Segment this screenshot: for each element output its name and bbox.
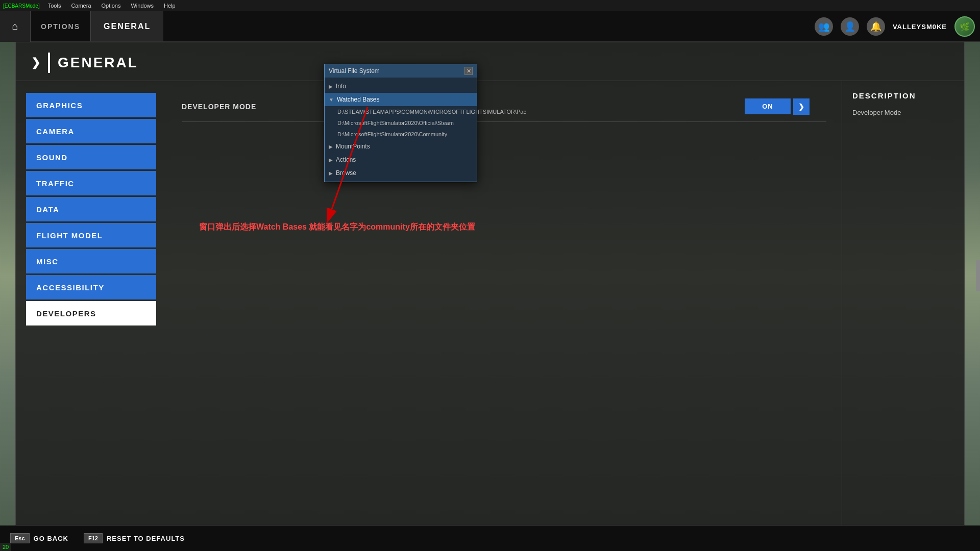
esc-key-badge: Esc <box>10 533 30 543</box>
menu-help[interactable]: Help <box>159 3 181 9</box>
home-button[interactable]: ⌂ <box>0 11 31 42</box>
right-edge-tab <box>976 260 980 291</box>
vfs-path-3-text: D:\MicrosoftFlightSimulator2020\Communit… <box>337 131 447 137</box>
vfs-item-browse[interactable]: ▶ Browse <box>325 166 477 180</box>
menu-camera[interactable]: Camera <box>66 3 96 9</box>
collapsed-arrow-4-icon: ▶ <box>329 170 333 176</box>
avatar-icon: 🌿 <box>960 22 970 32</box>
reset-defaults-label: RESET TO DEFAULTS <box>107 535 185 542</box>
top-menubar: [ECBARSMode] Tools Camera Options Window… <box>0 0 980 11</box>
sidebar-item-accessibility[interactable]: ACCESSIBILITY <box>26 275 156 299</box>
collapsed-arrow-icon: ▶ <box>329 84 333 89</box>
vfs-item-info[interactable]: ▶ Info <box>325 80 477 93</box>
vfs-title-text: Virtual File System <box>329 67 380 74</box>
sidebar-item-misc[interactable]: MISC <box>26 249 156 273</box>
vfs-content: ▶ Info ▼ Watched Bases D:\STEAM\STEAMAPP… <box>325 78 477 182</box>
close-icon: ✕ <box>467 68 471 74</box>
vfs-watched-bases-label: Watched Bases <box>337 96 380 103</box>
page-title: GENERAL <box>58 55 138 71</box>
avatar[interactable]: 🌿 <box>954 16 975 37</box>
community-icon-button[interactable]: 👥 <box>815 17 833 36</box>
collapsed-arrow-2-icon: ▶ <box>329 144 333 149</box>
options-label: OPTIONS <box>31 11 91 41</box>
go-back-button[interactable]: Esc GO BACK <box>10 533 68 543</box>
sidebar-accessibility-label: ACCESSIBILITY <box>36 283 105 292</box>
home-icon: ⌂ <box>12 20 18 32</box>
sidebar-item-camera[interactable]: CAMERA <box>26 119 156 143</box>
vfs-info-label: Info <box>336 83 346 90</box>
vfs-titlebar[interactable]: Virtual File System ✕ <box>325 64 477 78</box>
sidebar-traffic-label: TRAFFIC <box>36 179 75 188</box>
sidebar-flight-model-label: FLIGHT MODEL <box>36 231 103 240</box>
description-title: DESCRIPTION <box>852 91 954 100</box>
content-area: GRAPHICS CAMERA SOUND TRAFFIC DATA FLIGH… <box>16 81 964 525</box>
vfs-actions-label: Actions <box>336 156 356 163</box>
sidebar-developers-label: DEVELOPERS <box>36 309 96 318</box>
menu-tools[interactable]: Tools <box>43 3 66 9</box>
user-icon-button[interactable]: 👤 <box>841 17 859 36</box>
sidebar-misc-label: MISC <box>36 257 59 266</box>
title-bar-separator <box>48 53 50 73</box>
vfs-item-actions[interactable]: ▶ Actions <box>325 153 477 166</box>
vfs-path-3: D:\MicrosoftFlightSimulator2020\Communit… <box>325 129 477 140</box>
page-title-arrow-icon: ❯ <box>31 56 40 69</box>
developer-mode-value-container: ON ❯ <box>745 98 826 115</box>
community-icon: 👥 <box>818 21 829 32</box>
sidebar-item-sound[interactable]: SOUND <box>26 145 156 169</box>
vfs-close-button[interactable]: ✕ <box>464 67 473 75</box>
sidebar-item-data[interactable]: DATA <box>26 197 156 221</box>
vfs-item-mountpoints[interactable]: ▶ MountPoints <box>325 140 477 153</box>
user-icon: 👤 <box>844 21 855 32</box>
sidebar-item-flight-model[interactable]: FLIGHT MODEL <box>26 223 156 247</box>
go-back-label: GO BACK <box>34 535 68 542</box>
vfs-browse-label: Browse <box>336 169 356 177</box>
developer-mode-row: DEVELOPER MODE ON ❯ <box>182 91 826 122</box>
vfs-path-1: D:\STEAM\STEAMAPPS\COMMON\MICROSOFTFLIGH… <box>325 106 477 117</box>
sidebar-graphics-label: GRAPHICS <box>36 101 83 110</box>
notification-icon-button[interactable]: 🔔 <box>867 17 885 36</box>
sidebar-sound-label: SOUND <box>36 153 68 162</box>
description-panel: DESCRIPTION Developer Mode <box>842 81 964 525</box>
description-text: Developer Mode <box>852 108 954 118</box>
sidebar-item-graphics[interactable]: GRAPHICS <box>26 93 156 117</box>
header-right-area: 👥 👤 🔔 VALLEYSM0KE 🌿 <box>815 11 980 42</box>
vfs-mountpoints-label: MountPoints <box>336 143 370 150</box>
fps-counter: 20 <box>0 543 11 551</box>
general-header-label: GENERAL <box>91 11 163 41</box>
vfs-dialog: Virtual File System ✕ ▶ Info ▼ Watched B… <box>324 64 477 182</box>
reset-defaults-button[interactable]: F12 RESET TO DEFAULTS <box>84 533 185 543</box>
header-bar: ⌂ OPTIONS GENERAL 👥 👤 🔔 VALLEYSM0KE 🌿 <box>0 11 980 42</box>
menu-windows[interactable]: Windows <box>126 3 159 9</box>
sidebar-camera-label: CAMERA <box>36 127 75 136</box>
f12-key-badge: F12 <box>84 533 103 543</box>
mode-label: [ECBARSMode] <box>0 3 43 9</box>
sidebar-item-developers[interactable]: DEVELOPERS <box>26 301 156 325</box>
expanded-arrow-icon: ▼ <box>329 97 334 103</box>
arrow-right-icon: ❯ <box>798 103 804 111</box>
bell-icon: 🔔 <box>870 21 881 32</box>
developer-mode-value: ON <box>745 98 791 114</box>
vfs-path-2: D:\MicrosoftFlightSimulator2020\Official… <box>325 117 477 129</box>
vfs-path-2-text: D:\MicrosoftFlightSimulator2020\Official… <box>337 120 454 126</box>
page-title-bar: ❯ GENERAL <box>16 42 964 81</box>
bottom-bar: Esc GO BACK F12 RESET TO DEFAULTS 20 <box>0 525 980 551</box>
sidebar: GRAPHICS CAMERA SOUND TRAFFIC DATA FLIGH… <box>16 81 166 525</box>
sidebar-data-label: DATA <box>36 205 59 214</box>
vfs-path-1-text: D:\STEAM\STEAMAPPS\COMMON\MICROSOFTFLIGH… <box>337 109 526 115</box>
menu-options[interactable]: Options <box>96 3 126 9</box>
developer-mode-arrow-button[interactable]: ❯ <box>793 98 810 115</box>
collapsed-arrow-3-icon: ▶ <box>329 157 333 163</box>
vfs-item-watched-bases[interactable]: ▼ Watched Bases <box>325 93 477 106</box>
username-label: VALLEYSM0KE <box>893 23 947 31</box>
settings-panel: DEVELOPER MODE ON ❯ <box>166 81 842 525</box>
sidebar-item-traffic[interactable]: TRAFFIC <box>26 171 156 195</box>
